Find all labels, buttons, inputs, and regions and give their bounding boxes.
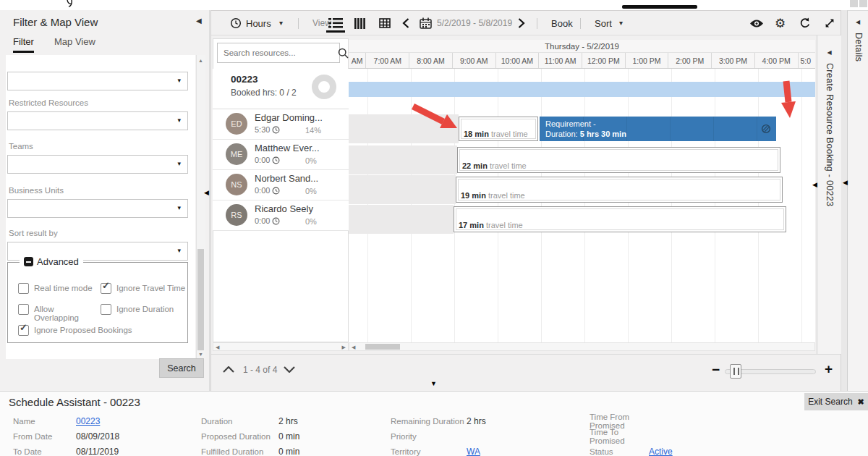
scroll-up-icon[interactable]: ▲ [198, 58, 203, 63]
panel-splitter-handle[interactable]: ◀ [204, 190, 209, 196]
proposed-booking-block[interactable]: 19 min travel time [456, 177, 783, 203]
checkbox-ignore-proposed-bookings[interactable]: Ignore Proposed Bookings [18, 325, 163, 336]
business-units-dropdown[interactable]: ▾ [7, 199, 188, 218]
name-link[interactable]: 00223 [76, 416, 100, 426]
time-slot: 8:00 AM [409, 53, 452, 68]
restricted-resources-dropdown[interactable]: ▾ [7, 111, 188, 130]
requirement-booking-block[interactable]: Requirement - Duration: 5 hrs 30 min [540, 117, 776, 141]
travel-time-block[interactable]: 18 min travel time [459, 117, 538, 141]
separator [580, 18, 581, 29]
resource-search-box[interactable] [217, 43, 340, 63]
previous-period-button[interactable] [402, 11, 409, 35]
details-column-2: Duration2 hrs Proposed Duration0 min Ful… [201, 413, 299, 456]
chrome-square-icon[interactable] [850, 0, 858, 7]
collapse-left-icon[interactable]: ◀ [848, 11, 868, 25]
chevron-down-icon: ▾ [177, 248, 181, 254]
calendar-button[interactable] [420, 11, 432, 35]
teams-dropdown[interactable]: ▾ [7, 155, 188, 174]
details-tab-label[interactable]: Details [854, 33, 864, 62]
search-resources-input[interactable] [218, 48, 338, 57]
expand-button[interactable] [824, 11, 835, 35]
chrome-square-icon[interactable] [859, 0, 867, 7]
checkbox-ignore-duration[interactable]: Ignore Duration [101, 304, 182, 315]
collapse-section-icon[interactable] [24, 257, 33, 266]
chevron-down-icon[interactable]: ▾ [279, 11, 283, 35]
grid-hscrollbar[interactable]: ◀ [349, 342, 815, 351]
book-button[interactable]: Book [551, 11, 573, 35]
status-link[interactable]: Active [649, 447, 673, 456]
time-slot: 2:00 PM [668, 53, 711, 68]
scrollbar-thumb[interactable] [365, 344, 400, 350]
create-booking-tab-label[interactable]: Create Resource Booking - 00223 [825, 63, 835, 206]
panel-splitter-handle[interactable]: ◀ [843, 180, 848, 186]
scroll-left-icon[interactable]: ◀ [216, 345, 219, 350]
column-view-button[interactable] [354, 11, 365, 35]
time-slot: 12:00 PM [582, 53, 625, 68]
clock-icon [272, 217, 280, 225]
proposed-booking-block[interactable]: 22 min travel time [457, 147, 780, 173]
checkbox-icon[interactable] [101, 283, 111, 294]
checkbox-allow-overlapping[interactable]: Allow Overlapping [18, 304, 99, 322]
checkbox-icon[interactable] [101, 304, 111, 315]
scroll-left-icon[interactable]: ◀ [352, 345, 355, 350]
next-period-button[interactable] [518, 11, 525, 35]
panel-splitter-handle[interactable]: ◀ [812, 182, 817, 188]
proposed-booking-block[interactable]: 17 min travel time [454, 206, 786, 232]
zoom-slider-thumb[interactable] [730, 364, 741, 379]
collapse-left-icon[interactable]: ◀ [817, 35, 841, 56]
filter-map-panel: Filter & Map View ◀ Filter Map View ▾ Re… [0, 10, 210, 391]
zoom-out-button[interactable]: − [712, 363, 720, 376]
create-resource-booking-tab[interactable]: ◀ Create Resource Booking - 00223 [817, 35, 841, 354]
tab-map-view[interactable]: Map View [54, 36, 95, 51]
sort-button[interactable]: Sort [595, 11, 612, 35]
text-fragment [67, 0, 74, 7]
checkbox-real-time-mode[interactable]: Real time mode [18, 283, 98, 294]
zoom-in-button[interactable]: + [825, 362, 833, 376]
characteristics-dropdown[interactable]: ▾ [7, 72, 188, 90]
requirement-summary-card[interactable]: 00223 Booked hrs: 0 / 2 [213, 69, 349, 109]
resource-row-norbert[interactable]: NS Norbert Sand... 0:00 0% [213, 170, 349, 200]
details-side-tab[interactable]: ◀ Details [847, 10, 868, 391]
field-label: Remaining Duration [391, 417, 467, 426]
hours-scale-button[interactable] [230, 11, 242, 35]
checkbox-ignore-travel-time[interactable]: Ignore Travel Time [101, 283, 186, 294]
territory-link[interactable]: WA [467, 447, 480, 456]
resource-utilization: 14% [305, 126, 339, 135]
resource-list-hscrollbar[interactable]: ◀ ▶ [213, 342, 349, 351]
scale-label[interactable]: Hours [246, 11, 271, 35]
details-column-3: Remaining Duration2 hrs Priority Territo… [391, 413, 486, 456]
page-down-button[interactable] [284, 366, 295, 373]
scroll-right-icon[interactable]: ▶ [342, 345, 346, 350]
date-range-label[interactable]: 5/2/2019 - 5/8/2019 [437, 11, 512, 35]
bottom-splitter-handle[interactable]: ▼ [430, 381, 437, 387]
search-button[interactable]: Search [159, 358, 204, 378]
tab-filter[interactable]: Filter [13, 36, 34, 53]
checkbox-icon[interactable] [18, 304, 29, 315]
visibility-button[interactable] [749, 11, 764, 35]
resource-booked-time: 0:00 [255, 186, 280, 195]
active-tab-indicator [622, 5, 697, 9]
resource-row-matthew[interactable]: ME Matthew Ever... 0:00 0% [213, 140, 349, 170]
chevron-right-icon [518, 18, 525, 28]
grid-view-button[interactable] [379, 11, 391, 35]
details-column-4: Time From Promised Time To Promised Stat… [590, 413, 673, 456]
separator [298, 18, 299, 29]
time-value: 0:00 [255, 186, 270, 195]
resource-name: Norbert Sand... [255, 173, 343, 184]
scroll-down-icon[interactable]: ▼ [198, 352, 203, 357]
checkbox-icon[interactable] [18, 325, 29, 336]
resource-row-edgar[interactable]: ED Edgar Doming... 5:30 14% [213, 109, 349, 140]
advanced-legend[interactable]: Advanced [20, 256, 83, 267]
page-up-button[interactable] [223, 366, 234, 373]
scrollbar-thumb[interactable] [197, 249, 204, 350]
checkbox-icon[interactable] [18, 283, 29, 294]
requirement-demand-band [349, 82, 815, 97]
collapse-left-icon[interactable]: ◀ [196, 17, 202, 25]
exit-search-button[interactable]: Exit Search ✖ [804, 393, 868, 410]
resource-row-ricardo[interactable]: RS Ricardo Seely 0:00 0% [213, 200, 349, 231]
avatar: ED [226, 113, 247, 135]
gear-icon[interactable]: ⚙ [775, 11, 786, 35]
chevron-down-icon[interactable]: ▾ [619, 11, 623, 35]
refresh-button[interactable] [799, 11, 811, 35]
non-working-hours [349, 145, 457, 174]
